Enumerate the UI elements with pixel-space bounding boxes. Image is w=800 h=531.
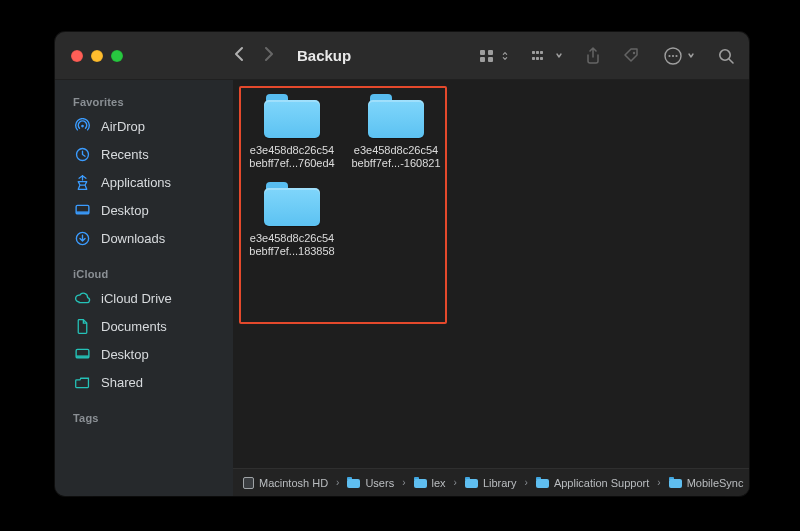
folder-icon: [669, 477, 682, 488]
airdrop-icon: [73, 117, 91, 135]
chevron-right-icon: ›: [334, 477, 341, 488]
folder-icon: [368, 92, 424, 138]
sidebar-item-downloads[interactable]: Downloads: [55, 224, 233, 252]
sidebar-section-tags: Tags: [55, 406, 233, 428]
sidebar-item-label: Shared: [101, 375, 143, 390]
path-crumb[interactable]: Application Support: [536, 477, 649, 489]
folder-item[interactable]: e3e458d8c26c54bebff7ef...183858: [243, 176, 341, 258]
folder-item[interactable]: e3e458d8c26c54bebff7ef...-160821: [347, 88, 445, 170]
svg-rect-2: [480, 57, 485, 62]
path-crumb[interactable]: MobileSync: [669, 477, 744, 489]
applications-icon: [73, 173, 91, 191]
sidebar-section-icloud: iCloud: [55, 262, 233, 284]
svg-rect-4: [532, 51, 535, 54]
sidebar-item-shared[interactable]: Shared: [55, 368, 233, 396]
desktop-icon: [73, 345, 91, 363]
svg-rect-0: [480, 50, 485, 55]
sidebar-item-icloud-drive[interactable]: iCloud Drive: [55, 284, 233, 312]
svg-point-17: [81, 124, 84, 127]
svg-rect-8: [536, 57, 539, 60]
search-button[interactable]: [717, 47, 735, 65]
svg-rect-6: [540, 51, 543, 54]
sidebar-item-label: Downloads: [101, 231, 165, 246]
sidebar-item-label: Applications: [101, 175, 171, 190]
folder-icon: [414, 477, 427, 488]
downloads-icon: [73, 229, 91, 247]
file-label: e3e458d8c26c54bebff7ef...-160821: [347, 144, 445, 170]
content-area: e3e458d8c26c54bebff7ef...760ed4 e3e458d8…: [233, 80, 749, 496]
svg-rect-3: [488, 57, 493, 62]
toolbar: Backup: [55, 32, 749, 80]
desktop-icon: [73, 201, 91, 219]
cloud-icon: [73, 289, 91, 307]
folder-icon: [264, 180, 320, 226]
document-icon: [73, 317, 91, 335]
disk-icon: [243, 477, 254, 489]
path-crumb-label: Macintosh HD: [259, 477, 328, 489]
share-button[interactable]: [585, 47, 601, 65]
folder-icon: [347, 477, 360, 488]
folder-icon: [465, 477, 478, 488]
file-label: e3e458d8c26c54bebff7ef...760ed4: [243, 144, 341, 170]
svg-point-13: [672, 54, 674, 56]
close-button[interactable]: [71, 50, 83, 62]
path-bar: Macintosh HD › Users › lex › Library › A…: [233, 468, 749, 496]
svg-rect-9: [540, 57, 543, 60]
svg-rect-7: [532, 57, 535, 60]
path-crumb[interactable]: Users: [347, 477, 394, 489]
sidebar-item-recents[interactable]: Recents: [55, 140, 233, 168]
shared-folder-icon: [73, 373, 91, 391]
path-crumb[interactable]: Macintosh HD: [243, 477, 328, 489]
finder-window: Backup: [55, 32, 749, 496]
svg-rect-20: [76, 211, 89, 214]
chevron-right-icon: ›: [655, 477, 662, 488]
sidebar-section-favorites: Favorites: [55, 90, 233, 112]
svg-point-10: [633, 51, 635, 53]
minimize-button[interactable]: [91, 50, 103, 62]
view-mode-button[interactable]: [479, 49, 509, 63]
path-crumb[interactable]: Library: [465, 477, 517, 489]
folder-icon: [536, 477, 549, 488]
path-crumb-label: lex: [432, 477, 446, 489]
back-button[interactable]: [233, 46, 245, 66]
svg-rect-23: [76, 355, 89, 358]
sidebar-item-label: Recents: [101, 147, 149, 162]
window-title: Backup: [297, 47, 351, 64]
window-controls: [55, 50, 233, 62]
file-grid[interactable]: e3e458d8c26c54bebff7ef...760ed4 e3e458d8…: [233, 80, 749, 468]
sidebar-item-icloud-desktop[interactable]: Desktop: [55, 340, 233, 368]
sidebar-item-label: Documents: [101, 319, 167, 334]
chevron-right-icon: ›: [400, 477, 407, 488]
chevron-down-icon: [687, 51, 695, 61]
sidebar-item-airdrop[interactable]: AirDrop: [55, 112, 233, 140]
maximize-button[interactable]: [111, 50, 123, 62]
forward-button[interactable]: [263, 46, 275, 66]
sidebar-item-desktop[interactable]: Desktop: [55, 196, 233, 224]
svg-point-12: [668, 54, 670, 56]
chevron-right-icon: ›: [523, 477, 530, 488]
path-crumb-label: Users: [365, 477, 394, 489]
sidebar: Favorites AirDrop Recents Applications D…: [55, 80, 233, 496]
svg-rect-1: [488, 50, 493, 55]
path-crumb-label: Application Support: [554, 477, 649, 489]
action-menu-button[interactable]: [663, 46, 695, 66]
clock-icon: [73, 145, 91, 163]
sidebar-item-label: Desktop: [101, 347, 149, 362]
chevron-up-down-icon: [501, 51, 509, 61]
tags-button[interactable]: [623, 47, 641, 65]
path-crumb-label: MobileSync: [687, 477, 744, 489]
file-label: e3e458d8c26c54bebff7ef...183858: [243, 232, 341, 258]
sidebar-item-documents[interactable]: Documents: [55, 312, 233, 340]
sidebar-item-label: Desktop: [101, 203, 149, 218]
svg-rect-5: [536, 51, 539, 54]
group-by-button[interactable]: [531, 49, 563, 63]
svg-line-16: [729, 59, 733, 63]
folder-item[interactable]: e3e458d8c26c54bebff7ef...760ed4: [243, 88, 341, 170]
sidebar-item-applications[interactable]: Applications: [55, 168, 233, 196]
chevron-right-icon: ›: [452, 477, 459, 488]
chevron-down-icon: [555, 51, 563, 61]
folder-icon: [264, 92, 320, 138]
sidebar-item-label: iCloud Drive: [101, 291, 172, 306]
path-crumb[interactable]: lex: [414, 477, 446, 489]
path-crumb-label: Library: [483, 477, 517, 489]
